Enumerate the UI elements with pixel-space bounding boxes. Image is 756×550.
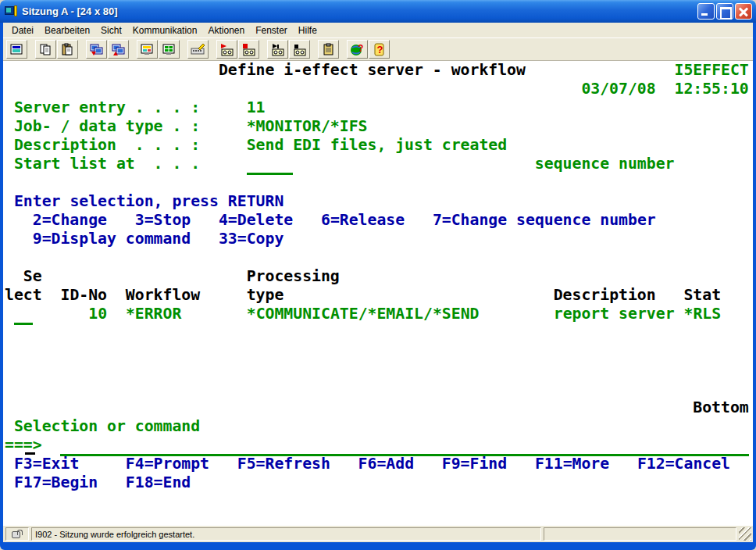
- terminal-text: Description: [554, 286, 656, 304]
- menu-item-sicht[interactable]: Sicht: [95, 23, 127, 38]
- record-macro-icon: [219, 43, 234, 56]
- terminal-text: F11=More: [535, 455, 609, 473]
- terminal-text: 11: [247, 98, 266, 116]
- terminal-text: report server: [554, 305, 675, 323]
- step-macro-button[interactable]: [289, 40, 310, 59]
- terminal-row: 2=Change 3=Stop 4=Delete 6=Release 7=Cha…: [5, 211, 753, 230]
- terminal-row: [5, 173, 753, 192]
- terminal-text: F4=Prompt: [126, 455, 209, 473]
- terminal-text: 2=Change: [33, 211, 107, 229]
- stop-macro-button[interactable]: [238, 40, 259, 59]
- maximize-button[interactable]: [716, 3, 733, 20]
- terminal-text: Se: [23, 267, 42, 285]
- toolbar: ??: [3, 38, 753, 61]
- help-icon: ?: [372, 43, 387, 56]
- copy-icon: [38, 43, 53, 56]
- menu-item-datei[interactable]: Datei: [6, 23, 39, 38]
- close-button[interactable]: [735, 3, 752, 20]
- terminal-row: F17=Begin F18=End: [5, 473, 753, 492]
- menu-item-hilfe[interactable]: Hilfe: [293, 23, 323, 38]
- window-bottom-border: [0, 542, 756, 550]
- terminal-text: *MONITOR/*IFS: [247, 117, 368, 135]
- terminal-text: Workflow: [126, 286, 200, 304]
- menu-item-bearbeiten[interactable]: Bearbeiten: [39, 23, 95, 38]
- play-macro-button[interactable]: [267, 40, 288, 59]
- menu-item-kommunikation[interactable]: Kommunikation: [127, 23, 203, 38]
- minimize-button[interactable]: [697, 3, 715, 20]
- terminal-text: type: [247, 286, 284, 304]
- terminal-text: Stat: [683, 286, 721, 304]
- terminal-text: F17=Begin: [14, 473, 98, 491]
- emulator-window: Sitzung A - [24 x 80] DateiBearbeitenSic…: [0, 0, 756, 550]
- record-macro-button[interactable]: [216, 40, 237, 59]
- terminal-row: [5, 380, 753, 398]
- send-file-button[interactable]: [86, 40, 107, 59]
- terminal-row: Server entry . . . : 11: [5, 98, 753, 117]
- terminal-screen[interactable]: Define i-effect server - workflow I5EFFE…: [3, 61, 753, 525]
- new-session-icon: [9, 43, 24, 56]
- status-bar: I902 - Sitzung wurde erfolgreich gestart…: [3, 525, 753, 542]
- menu-item-fenster[interactable]: Fenster: [250, 23, 293, 38]
- terminal-text: F12=Cancel: [637, 455, 730, 473]
- terminal-text: *COMMUNICATE/*EMAIL/*SEND: [247, 305, 480, 323]
- step-macro-icon: [292, 43, 307, 56]
- terminal-row: [5, 323, 753, 342]
- copy-button[interactable]: [35, 40, 56, 59]
- terminal-row: [5, 248, 753, 267]
- terminal-text: lect: [5, 286, 42, 304]
- new-session-button[interactable]: [6, 40, 27, 59]
- globe-help-button[interactable]: ?: [347, 40, 368, 59]
- command-input-field[interactable]: [60, 436, 748, 456]
- terminal-row: [5, 492, 753, 511]
- help-button[interactable]: ?: [369, 40, 390, 59]
- terminal-text: *ERROR: [126, 305, 181, 323]
- terminal-text: Bottom: [693, 398, 748, 416]
- terminal-text: Server entry . . . :: [14, 98, 200, 116]
- color-setup-button[interactable]: [159, 40, 180, 59]
- menu-bar: DateiBearbeitenSichtKommunikationAktione…: [3, 23, 753, 38]
- keyboard-setup-button[interactable]: [187, 40, 209, 59]
- terminal-text: F9=Find: [442, 455, 507, 473]
- terminal-row: lect ID-No Workflow type Description Sta…: [5, 286, 753, 305]
- clipboard-button[interactable]: [318, 40, 339, 59]
- terminal-row: Start list at . . . sequence number: [5, 155, 753, 173]
- terminal-text: 7=Change sequence number: [433, 211, 656, 229]
- start-list-at-field[interactable]: [247, 155, 294, 175]
- terminal-text: 10: [88, 305, 107, 323]
- terminal-row: [5, 361, 753, 380]
- terminal-text: Start list at . . .: [14, 155, 200, 173]
- select-field[interactable]: [14, 305, 33, 325]
- stop-macro-icon: [241, 43, 256, 56]
- resize-grip[interactable]: [739, 527, 751, 541]
- terminal-row: ===>: [5, 436, 753, 455]
- terminal-text: 6=Release: [321, 211, 405, 229]
- terminal-row: Bottom: [5, 398, 753, 417]
- terminal-row: Define i-effect server - workflow I5EFFE…: [5, 61, 753, 80]
- terminal-row: Enter selection, press RETURN: [5, 192, 753, 211]
- terminal-row: [5, 342, 753, 361]
- terminal-text: Send EDI files, just created: [247, 136, 507, 154]
- paste-button[interactable]: [57, 40, 78, 59]
- menu-item-aktionen[interactable]: Aktionen: [202, 23, 250, 38]
- terminal-text: F5=Refresh: [237, 455, 330, 473]
- window-title: Sitzung A - [24 x 80]: [22, 5, 697, 17]
- display-setup-button[interactable]: [137, 40, 158, 59]
- title-bar[interactable]: Sitzung A - [24 x 80]: [0, 0, 756, 23]
- terminal-text: F3=Exit: [14, 455, 79, 473]
- keyboard-setup-icon: [191, 43, 205, 56]
- terminal-text: Description . . . :: [14, 136, 200, 154]
- terminal-text: 03/07/08 12:55:10: [581, 80, 748, 98]
- terminal-text: Processing: [247, 267, 340, 285]
- receive-file-button[interactable]: [108, 40, 129, 59]
- terminal-text: 9=Display command: [33, 230, 191, 248]
- color-setup-icon: [162, 43, 177, 56]
- clipboard-icon: [321, 43, 336, 56]
- terminal-row: Se Processing: [5, 267, 753, 286]
- terminal-row: F3=Exit F4=Prompt F5=Refresh F6=Add F9=F…: [5, 455, 753, 473]
- terminal-text: Define i-effect server - workflow: [219, 61, 526, 79]
- application-icon: [5, 5, 18, 17]
- terminal-text: 3=Stop: [135, 211, 191, 229]
- status-icon-panel: [5, 527, 29, 541]
- receive-file-icon: [111, 43, 126, 56]
- terminal-text: F18=End: [126, 473, 191, 491]
